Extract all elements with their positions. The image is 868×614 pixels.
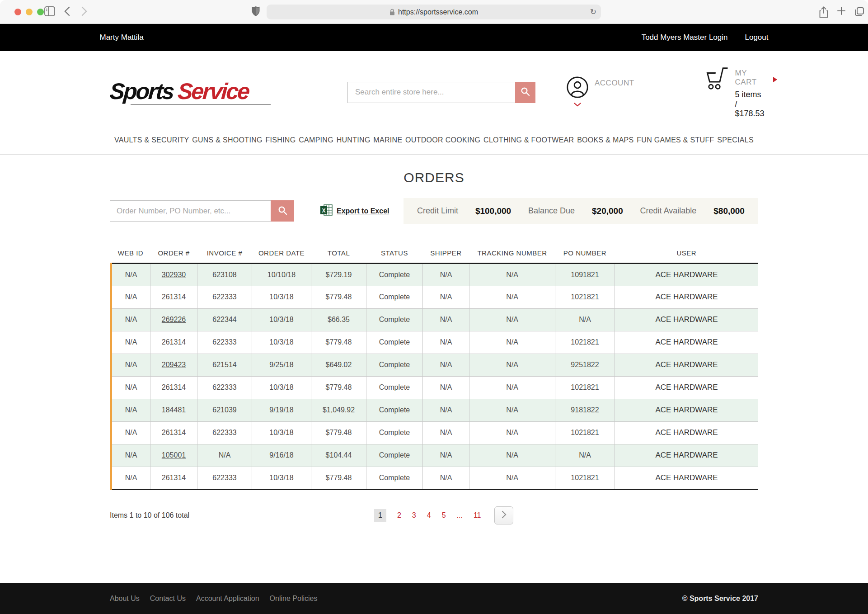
page-title: ORDERS (110, 170, 758, 185)
column-header: INVOICE # (197, 244, 252, 263)
orders-table: WEB IDORDER #INVOICE #ORDER DATETOTALSTA… (110, 244, 758, 490)
cell-invoice: 621039 (197, 399, 252, 421)
table-row: N/A26131462233310/3/18$779.48CompleteN/A… (111, 331, 759, 354)
page-number[interactable]: 11 (474, 511, 481, 520)
nav-item[interactable]: FISHING (265, 136, 296, 144)
cell-order-number: 209423 (150, 354, 197, 376)
zoom-window-button[interactable] (37, 9, 44, 15)
store-search-button[interactable] (515, 82, 535, 103)
cell-web-id: N/A (111, 308, 150, 331)
store-search-input[interactable] (347, 82, 515, 103)
account-icon (566, 76, 589, 100)
logo[interactable]: SportsService (110, 80, 271, 105)
logged-in-user: Marty Mattila (100, 33, 144, 42)
cell-total: $779.48 (311, 286, 366, 308)
cell-status: Complete (366, 444, 423, 467)
cell-shipper: N/A (423, 331, 469, 354)
page-number[interactable]: 5 (442, 511, 446, 520)
page-number[interactable]: 1 (374, 509, 386, 522)
nav-item[interactable]: MARINE (373, 136, 402, 144)
nav-item[interactable]: HUNTING (337, 136, 371, 144)
page-numbers: 12345...11 (374, 509, 481, 522)
column-header: TRACKING NUMBER (469, 244, 555, 263)
cell-web-id: N/A (111, 421, 150, 444)
balance-due-value: $20,000 (592, 206, 623, 216)
order-number-link[interactable]: 105001 (162, 451, 186, 459)
cell-total: $104.44 (311, 444, 366, 467)
reload-icon[interactable]: ↻ (590, 7, 596, 17)
nav-item[interactable]: BOOKS & MAPS (577, 136, 633, 144)
cell-order-date: 10/3/18 (252, 308, 311, 331)
order-number-link[interactable]: 184481 (162, 406, 186, 414)
items-summary: Items 1 to 10 of 106 total (110, 511, 304, 520)
cell-total: $779.48 (311, 467, 366, 489)
cell-user: ACE HARDWARE (615, 467, 759, 489)
page-number[interactable]: 2 (397, 511, 401, 520)
footer-links: About UsContact UsAccount ApplicationOnl… (110, 595, 317, 603)
nav-item[interactable]: FUN GAMES & STUFF (637, 136, 714, 144)
cell-order-number: 261314 (150, 421, 197, 444)
export-to-excel[interactable]: X Export to Excel (320, 204, 389, 218)
share-icon[interactable] (819, 6, 829, 20)
cart-widget[interactable]: MY CART 5 items / $178.53 (704, 66, 765, 118)
main-content: ORDERS (0, 155, 868, 583)
lock-icon (389, 9, 395, 15)
back-icon[interactable] (64, 6, 70, 18)
column-header: WEB ID (111, 244, 150, 263)
page-number[interactable]: 3 (412, 511, 416, 520)
main-nav: VAULTS & SECURITYGUNS & SHOOTINGFISHINGC… (0, 133, 868, 155)
forward-icon[interactable] (81, 6, 87, 18)
column-header: SHIPPER (423, 244, 469, 263)
nav-item[interactable]: CLOTHING & FOOTWEAR (483, 136, 574, 144)
cell-order-date: 10/3/18 (252, 286, 311, 308)
cell-tracking: N/A (469, 263, 555, 286)
logout-link[interactable]: Logout (745, 33, 769, 42)
footer-link[interactable]: Contact Us (150, 595, 186, 603)
cell-po-number: 1091821 (555, 263, 615, 286)
footer: About UsContact UsAccount ApplicationOnl… (0, 583, 868, 614)
cart-arrow-icon[interactable] (773, 77, 777, 82)
next-page-button[interactable] (494, 506, 513, 524)
master-login-link[interactable]: Todd Myers Master Login (642, 33, 728, 42)
nav-item[interactable]: GUNS & SHOOTING (192, 136, 263, 144)
tab-overview-icon[interactable] (854, 6, 865, 19)
cell-shipper: N/A (423, 444, 469, 467)
nav-item[interactable]: CAMPING (299, 136, 333, 144)
cell-status: Complete (366, 286, 423, 308)
cell-order-date: 9/25/18 (252, 354, 311, 376)
footer-link[interactable]: Online Policies (270, 595, 318, 603)
cell-user: ACE HARDWARE (615, 354, 759, 376)
window-controls (14, 9, 44, 15)
close-window-button[interactable] (14, 9, 21, 15)
url-bar[interactable]: https://sportsservice.com ↻ (267, 5, 601, 19)
account-menu[interactable]: ACCOUNT (566, 76, 634, 109)
sidebar-toggle-icon[interactable] (44, 6, 55, 18)
copyright: © Sports Service 2017 (682, 595, 758, 603)
cell-status: Complete (366, 331, 423, 354)
minimize-window-button[interactable] (26, 9, 33, 15)
order-number-link[interactable]: 269226 (162, 316, 186, 323)
cell-invoice: 622333 (197, 467, 252, 489)
table-row: N/A26131462233310/3/18$779.48CompleteN/A… (111, 376, 759, 399)
nav-item[interactable]: VAULTS & SECURITY (114, 136, 189, 144)
cell-status: Complete (366, 263, 423, 286)
footer-link[interactable]: About Us (110, 595, 140, 603)
footer-link[interactable]: Account Application (196, 595, 259, 603)
order-number-link[interactable]: 209423 (162, 361, 186, 368)
orders-search-input[interactable] (110, 200, 271, 222)
page-number[interactable]: 4 (427, 511, 431, 520)
cell-shipper: N/A (423, 421, 469, 444)
cell-order-date: 10/3/18 (252, 467, 311, 489)
new-tab-icon[interactable] (837, 6, 846, 17)
cell-status: Complete (366, 399, 423, 421)
nav-item[interactable]: OUTDOOR COOKING (405, 136, 480, 144)
order-number-link[interactable]: 302930 (162, 271, 186, 279)
cell-total: $779.48 (311, 331, 366, 354)
cell-order-number: 184481 (150, 399, 197, 421)
orders-search-button[interactable] (271, 200, 294, 222)
cell-web-id: N/A (111, 354, 150, 376)
cell-total: $779.48 (311, 376, 366, 399)
nav-item[interactable]: SPECIALS (717, 136, 754, 144)
account-bar: Marty Mattila Todd Myers Master Login Lo… (0, 24, 868, 51)
privacy-shield-icon[interactable] (251, 6, 260, 19)
